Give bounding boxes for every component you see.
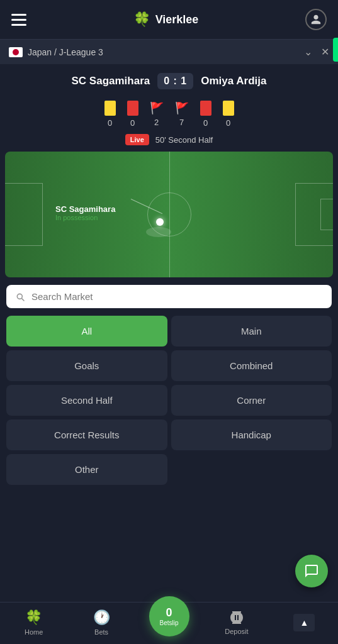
user-account-button[interactable] [305,9,327,30]
logo-icon: 🍀 [133,11,150,28]
live-side-tab [333,38,338,62]
close-button[interactable]: ✕ [321,46,329,58]
nav-deposit-label: Deposit [225,628,248,635]
possession-label: SC Sagamihara In possession [55,204,115,221]
bets-icon: 🕐 [93,609,110,626]
search-container [0,277,338,313]
away-red-count: 0 [203,118,208,128]
bottom-navigation: 🍀 Home 🕐 Bets 0 Betslip Deposit ▲ [0,602,338,644]
home-team: SC Sagamihara [72,75,150,87]
away-red-card-stat: 0 [200,101,211,128]
nav-bets-label: Bets [94,628,108,636]
nav-expand[interactable]: ▲ [271,614,338,631]
yellow-card-icon [104,101,116,116]
home-red-count: 0 [130,118,135,128]
betslip-button[interactable]: 0 Betslip [149,596,189,636]
search-bar[interactable] [6,285,332,308]
search-icon [15,292,25,302]
home-corner-count: 2 [154,118,159,127]
home-icon: 🍀 [25,609,42,626]
away-team: Omiya Ardija [201,75,266,87]
nav-bets[interactable]: 🕐 Bets [67,609,135,636]
nav-deposit[interactable]: Deposit [203,610,270,635]
deposit-icon [229,610,244,625]
league-name: Japan / J-League 3 [28,47,103,57]
nav-betslip[interactable]: 0 Betslip [135,609,203,636]
match-time: 50' Second Half [155,135,213,145]
home-red-card-stat: 0 [127,101,138,128]
betslip-count: 0 [166,607,172,618]
match-teams: SC Sagamihara 0 : 1 Omiya Ardija [10,73,328,89]
penalty-area-left [5,183,43,246]
score-box: 0 : 1 [157,73,193,89]
betslip-label: Betslip [160,619,179,626]
market-goals-button[interactable]: Goals [6,350,167,381]
home-corner-stat: 🚩 2 [150,101,164,127]
user-icon [310,14,322,25]
away-yellow-count: 0 [226,118,230,128]
market-all-button[interactable]: All [6,316,167,347]
league-info: Japan / J-League 3 [9,47,103,57]
search-input[interactable] [31,291,323,302]
red-card-icon-away [200,101,211,116]
possession-team-name: SC Sagamihara [55,204,115,214]
away-corner-count: 7 [179,118,184,127]
app-name: Vierklee [155,13,199,26]
pitch-lines [5,152,333,277]
market-handicap-button[interactable]: Handicap [171,419,332,450]
expand-icon[interactable]: ▲ [293,614,315,631]
home-yellow-count: 0 [108,118,112,128]
pitch-visualization: SC Sagamihara In possession [5,152,333,277]
market-corner-button[interactable]: Corner [171,385,332,416]
market-main-button[interactable]: Main [171,316,332,347]
chat-button[interactable] [295,555,328,587]
ball-glow [146,227,171,237]
market-combined-button[interactable]: Combined [171,350,332,381]
market-grid: All Main Goals Combined Second Half Corn… [0,313,338,491]
live-badge: Live [125,134,149,145]
yellow-card-icon-away [223,101,234,116]
market-second-half-button[interactable]: Second Half [6,385,167,416]
corner-flag-away-icon: 🚩 [175,101,189,115]
live-time-row: Live 50' Second Half [0,130,338,152]
stats-row: 0 0 🚩 2 🚩 7 0 0 [0,94,338,130]
nav-home[interactable]: 🍀 Home [0,609,67,636]
collapse-button[interactable]: ⌄ [304,46,312,58]
ball [156,218,164,226]
match-bar: Japan / J-League 3 ⌄ ✕ [0,39,338,64]
match-bar-controls: ⌄ ✕ [304,46,329,58]
chat-icon [304,564,319,579]
away-yellow-card-stat: 0 [223,101,234,128]
hamburger-menu[interactable] [11,14,26,26]
match-info: SC Sagamihara 0 : 1 Omiya Ardija [0,64,338,94]
home-yellow-card-stat: 0 [104,101,116,128]
possession-status: In possession [55,214,115,221]
app-header: 🍀 Vierklee [0,0,338,39]
nav-home-label: Home [25,628,43,636]
market-other-button[interactable]: Other [6,454,167,485]
market-correct-results-button[interactable]: Correct Results [6,419,167,450]
corner-flag-home-icon: 🚩 [150,101,164,115]
goal-right [320,199,333,230]
japan-flag [9,47,23,57]
logo-area: 🍀 Vierklee [133,11,199,28]
red-card-icon [127,101,138,116]
away-corner-stat: 🚩 7 [175,101,189,127]
